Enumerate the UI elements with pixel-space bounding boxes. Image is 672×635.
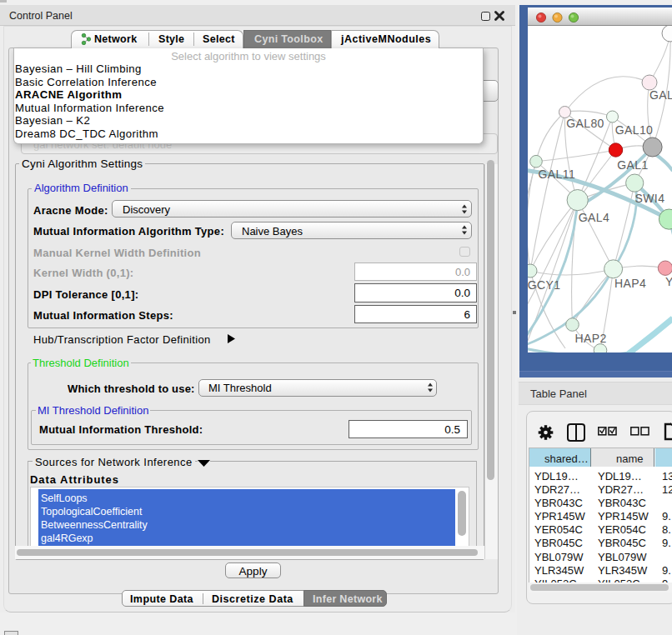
svg-text:GAL80: GAL80 xyxy=(566,117,604,130)
svg-text:GAL10: GAL10 xyxy=(615,123,654,137)
svg-text:GAL4: GAL4 xyxy=(579,211,609,224)
svg-text:Y: Y xyxy=(665,275,672,288)
svg-text:HAP4: HAP4 xyxy=(614,277,646,290)
svg-text:GAL1: GAL1 xyxy=(617,158,648,172)
svg-text:GAL7: GAL7 xyxy=(649,88,672,102)
svg-text:SWI4: SWI4 xyxy=(634,192,664,205)
svg-text:HAP2: HAP2 xyxy=(574,332,606,345)
svg-text:GCY1: GCY1 xyxy=(528,278,561,292)
svg-text:GAL11: GAL11 xyxy=(539,168,576,181)
